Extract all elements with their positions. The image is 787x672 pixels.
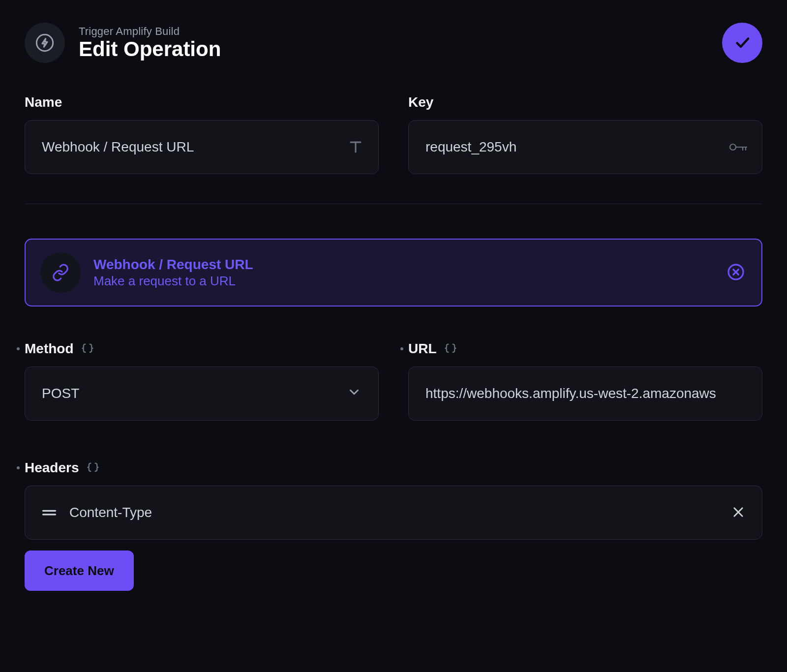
url-input[interactable] xyxy=(408,367,762,421)
remove-header-button[interactable] xyxy=(731,505,745,520)
headers-label-text: Headers xyxy=(25,460,79,476)
page-title: Edit Operation xyxy=(79,38,221,61)
url-label: URL xyxy=(408,341,762,357)
method-label: Method xyxy=(25,341,379,357)
svg-point-0 xyxy=(36,34,53,51)
svg-point-3 xyxy=(730,144,736,150)
callout-subtitle: Make a request to a URL xyxy=(93,274,712,289)
check-icon xyxy=(733,33,751,53)
key-icon xyxy=(728,140,748,154)
method-label-text: Method xyxy=(25,341,74,357)
section-divider xyxy=(25,204,762,204)
link-icon xyxy=(40,252,81,293)
lightning-icon xyxy=(25,23,65,63)
operation-callout: Webhook / Request URL Make a request to … xyxy=(25,239,762,306)
headers-label: Headers xyxy=(25,460,762,476)
callout-title: Webhook / Request URL xyxy=(93,257,712,273)
page-subtitle: Trigger Amplify Build xyxy=(79,25,221,38)
header-left: Trigger Amplify Build Edit Operation xyxy=(25,23,221,63)
close-icon xyxy=(731,505,745,520)
braces-icon xyxy=(86,461,100,475)
close-circle-icon xyxy=(727,263,745,282)
method-select[interactable]: POST xyxy=(25,367,379,421)
name-label: Name xyxy=(25,94,379,110)
header-name: Content-Type xyxy=(69,505,719,520)
chevron-down-icon xyxy=(347,385,362,403)
page-header: Trigger Amplify Build Edit Operation xyxy=(25,23,762,63)
key-label: Key xyxy=(408,94,762,110)
name-input[interactable] xyxy=(25,120,379,174)
method-value: POST xyxy=(42,386,79,401)
confirm-button[interactable] xyxy=(722,23,762,63)
text-type-icon xyxy=(347,139,364,155)
url-label-text: URL xyxy=(408,341,437,357)
drag-handle-icon[interactable] xyxy=(42,507,57,518)
key-input[interactable] xyxy=(408,120,762,174)
braces-icon xyxy=(81,342,94,356)
callout-close-button[interactable] xyxy=(725,261,747,284)
header-row[interactable]: Content-Type xyxy=(25,486,762,540)
braces-icon xyxy=(444,342,457,356)
create-new-header-button[interactable]: Create New xyxy=(25,550,134,591)
